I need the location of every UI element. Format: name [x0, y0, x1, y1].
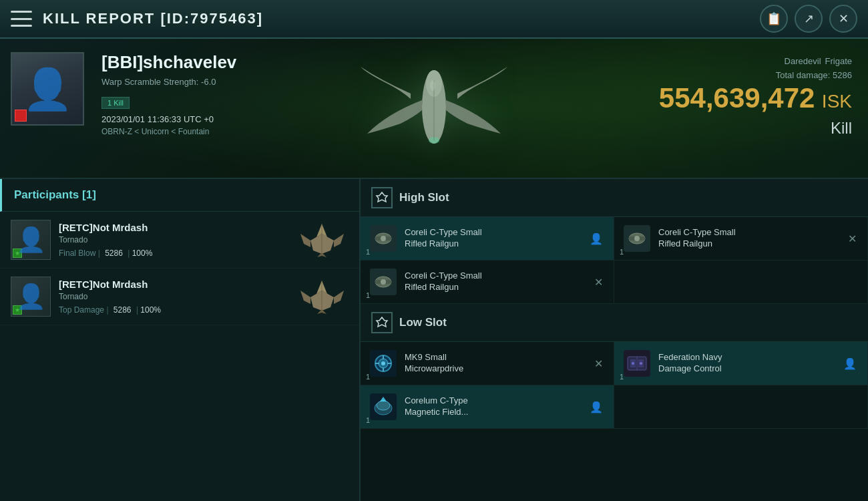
svg-marker-13 [300, 291, 310, 304]
participant-name-2: [RETC]Not Mrdash [59, 279, 287, 290]
tornado-ship-2 [295, 277, 349, 317]
low-slot-img-2 [369, 392, 398, 422]
slot-action-person-0[interactable]: 👤 [587, 231, 606, 246]
clipboard-button[interactable]: 📋 [760, 5, 788, 33]
slot-action-close-1[interactable]: ✕ [845, 231, 859, 246]
svg-point-29 [381, 279, 386, 285]
main-content: Participants [1] ★ [RETC]Not Mrdash Torn… [0, 179, 868, 501]
low-slot-qty-1: 1 [620, 373, 624, 381]
participants-header: Participants [1] [0, 179, 359, 212]
low-slot-name-0: MK9 SmallMicrowarpdrive [405, 352, 585, 375]
header-bar: KILL REPORT [ID:7975463] 📋 ↗ ✕ [0, 0, 868, 39]
svg-point-21 [381, 236, 386, 241]
slot-action-close-2[interactable]: ✕ [592, 275, 606, 290]
svg-point-44 [632, 362, 634, 365]
isk-value: 554,639,472 [659, 82, 815, 114]
participant-portrait-1: ★ [11, 220, 51, 260]
svg-marker-30 [377, 317, 387, 327]
participant-ship-2: Tornado [59, 292, 287, 301]
isk-label: ISK [822, 91, 852, 112]
slot-img-2 [369, 267, 398, 297]
svg-point-25 [634, 236, 640, 241]
low-slots-grid: 1 MK9 SmallMicrowarpdrive ✕ [361, 342, 868, 429]
corp-badge-1: ★ [13, 248, 22, 258]
isk-display: 554,639,472 ISK [659, 84, 852, 112]
high-slot-item-0: 1 Coreli C-Type SmallRifled Railgun 👤 [361, 217, 614, 261]
kills-badge: 1 Kill [101, 97, 130, 109]
low-slot-img-0 [369, 349, 398, 378]
close-button[interactable]: ✕ [829, 5, 857, 33]
svg-point-34 [381, 361, 385, 365]
participants-panel: Participants [1] ★ [RETC]Not Mrdash Torn… [0, 179, 361, 501]
low-slot-name-1: Federation NavyDamage Control [658, 352, 834, 375]
high-slot-header: High Slot [361, 179, 868, 217]
low-slot-action-person-2[interactable]: 👤 [587, 399, 606, 415]
svg-marker-17 [377, 192, 387, 202]
low-slot-header: Low Slot [361, 304, 868, 342]
kill-timestamp: 2023/01/01 11:36:33 UTC +0 [101, 114, 636, 124]
participant-name-1: [RETC]Not Mrdash [59, 222, 287, 233]
slot-name-0: Coreli C-Type SmallRifled Railgun [405, 227, 580, 250]
high-slot-item-2: 1 Coreli C-Type SmallRifled Railgun ✕ [361, 261, 614, 304]
low-slot-item-2: 1 Corelum C-TypeMagnetic Field... 👤 [361, 385, 614, 429]
participant-stats-2: Top Damage | 5286 | 100% [59, 305, 287, 315]
svg-marker-14 [334, 291, 344, 304]
participant-card-2: ★ [RETC]Not Mrdash Tornado Top Damage | … [0, 269, 359, 325]
warp-info: Warp Scramble Strength: -6.0 [101, 77, 636, 87]
high-slot-icon [371, 187, 393, 208]
participant-ship-1: Tornado [59, 235, 287, 244]
star-icon: ★ [15, 250, 20, 257]
svg-marker-7 [300, 234, 310, 247]
slot-qty-0: 1 [366, 248, 370, 256]
low-slot-icon [371, 312, 393, 333]
participant-stats-1: Final Blow | 5286 | 100% [59, 248, 287, 258]
slot-name-1: Coreli C-Type SmallRifled Railgun [658, 227, 839, 250]
participant-card: ★ [RETC]Not Mrdash Tornado Final Blow | … [0, 212, 359, 269]
high-slot-item-1: 1 Coreli C-Type SmallRifled Railgun ✕ [614, 217, 868, 261]
hero-info: [BBI]shchavelev Warp Scramble Strength: … [95, 39, 643, 178]
svg-point-45 [640, 362, 642, 365]
low-slot-title: Low Slot [399, 316, 447, 329]
low-slot-qty-0: 1 [366, 373, 370, 381]
low-slot-item-0: 1 MK9 SmallMicrowarpdrive ✕ [361, 342, 614, 385]
ship-name: DaredevilFrigate [659, 52, 852, 67]
total-damage: Total damage: 5286 [659, 70, 852, 80]
high-slots-grid: 1 Coreli C-Type SmallRifled Railgun 👤 1 [361, 217, 868, 304]
low-slot-action-0[interactable]: ✕ [592, 356, 606, 371]
corp-badge [15, 110, 27, 122]
hero-section: [BBI]shchavelev Warp Scramble Strength: … [0, 39, 868, 179]
hero-stats: DaredevilFrigate Total damage: 5286 554,… [643, 39, 868, 178]
participant-info-1: [RETC]Not Mrdash Tornado Final Blow | 52… [59, 222, 287, 258]
low-slot-item-1: 1 Federation NavyDamage Control 👤 [614, 342, 868, 385]
participant-info-2: [RETC]Not Mrdash Tornado Top Damage | 52… [59, 279, 287, 315]
header-actions: 📋 ↗ ✕ [760, 5, 857, 33]
tornado-ship-1 [295, 220, 349, 260]
page-title: KILL REPORT [ID:7975463] [43, 10, 760, 27]
low-slot-qty-2: 1 [366, 416, 370, 424]
slot-qty-2: 1 [366, 291, 370, 299]
star-icon-2: ★ [15, 307, 20, 313]
slot-qty-1: 1 [620, 248, 624, 256]
svg-marker-8 [334, 234, 344, 247]
slot-img-1 [622, 224, 652, 253]
high-slot-title: High Slot [399, 191, 449, 204]
corp-badge-2: ★ [13, 305, 22, 315]
participant-portrait-2: ★ [11, 277, 51, 317]
kill-location: OBRN-Z < Unicorn < Fountain [101, 127, 636, 136]
low-slot-name-2: Corelum C-TypeMagnetic Field... [405, 395, 580, 418]
fitting-panel: High Slot 1 Coreli C-Type SmallRifled Ra… [361, 179, 868, 501]
menu-icon[interactable] [11, 11, 32, 27]
slot-img-0 [369, 224, 398, 253]
export-button[interactable]: ↗ [795, 5, 823, 33]
kill-type: Kill [659, 119, 852, 138]
svg-point-48 [377, 401, 390, 410]
player-portrait [11, 52, 84, 126]
low-slot-action-person-1[interactable]: 👤 [841, 356, 859, 371]
slot-name-2: Coreli C-Type SmallRifled Railgun [405, 271, 585, 293]
player-name: [BBI]shchavelev [101, 52, 636, 73]
low-slot-img-1 [622, 349, 652, 378]
